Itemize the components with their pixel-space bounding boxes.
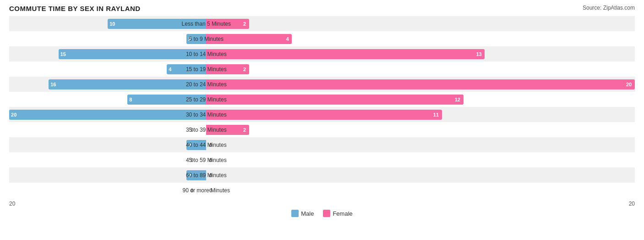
female-value: 11: [433, 112, 439, 117]
row-label: 45 to 59 Minutes: [169, 157, 243, 163]
female-bar: [206, 64, 249, 74]
legend-male-box: [291, 210, 299, 217]
chart-row: 0045 to 59 Minutes: [9, 152, 635, 167]
female-value: 4: [286, 36, 289, 42]
chart-row: 2060 to 89 Minutes: [9, 167, 635, 183]
female-value-zero: 0: [209, 173, 212, 178]
female-value: 13: [476, 51, 481, 57]
legend-female: Female: [323, 210, 352, 217]
male-value: 2: [188, 142, 191, 148]
axis-right: 20: [629, 201, 635, 207]
female-value: 2: [243, 21, 246, 27]
female-bar: [206, 49, 485, 59]
female-value: 20: [626, 82, 632, 87]
male-value: 10: [109, 21, 115, 27]
male-value: 20: [11, 112, 16, 117]
chart-row: 4215 to 19 Minutes: [9, 61, 635, 77]
male-value: 8: [129, 97, 132, 102]
chart-area: 102Less than 5 Minutes245 to 9 Minutes15…: [9, 16, 635, 198]
male-value: 15: [60, 51, 66, 57]
legend-male-label: Male: [301, 210, 314, 217]
male-bar: [9, 110, 206, 120]
row-label: 60 to 89 Minutes: [169, 172, 243, 179]
female-bar: [206, 125, 249, 135]
source-text: Source: ZipAtlas.com: [583, 5, 635, 11]
female-value: 12: [455, 97, 460, 102]
chart-row: 245 to 9 Minutes: [9, 31, 635, 46]
male-value-zero: 0: [191, 127, 193, 133]
female-value-zero: 0: [209, 188, 212, 193]
male-value: 4: [169, 67, 171, 72]
male-bar: [108, 19, 206, 29]
chart-row: 2040 to 44 Minutes: [9, 137, 635, 152]
female-value-zero: 0: [209, 142, 212, 148]
page-container: COMMUTE TIME BY SEX IN RAYLAND Source: Z…: [9, 5, 635, 217]
chart-row: 81225 to 29 Minutes: [9, 92, 635, 107]
header: COMMUTE TIME BY SEX IN RAYLAND Source: Z…: [9, 5, 635, 12]
chart-title: COMMUTE TIME BY SEX IN RAYLAND: [9, 5, 141, 12]
legend-female-label: Female: [333, 210, 352, 217]
row-label: 40 to 44 Minutes: [169, 142, 243, 148]
legend-female-box: [323, 210, 330, 217]
axis-labels: 20 20: [9, 201, 635, 207]
chart-row: 162020 to 24 Minutes: [9, 77, 635, 92]
chart-row: 151310 to 14 Minutes: [9, 46, 635, 61]
legend: Male Female: [9, 210, 635, 217]
axis-left: 20: [9, 201, 15, 207]
female-value-zero: 0: [209, 157, 212, 163]
female-bar: [206, 95, 463, 105]
male-value: 2: [188, 173, 191, 178]
legend-male: Male: [291, 210, 314, 217]
female-bar: [206, 110, 442, 120]
row-label: 90 or more Minutes: [169, 187, 243, 194]
chart-row: 0090 or more Minutes: [9, 183, 635, 198]
chart-row: 0235 to 39 Minutes: [9, 122, 635, 137]
male-value-zero: 0: [191, 188, 193, 193]
male-bar: [49, 79, 206, 89]
female-value: 2: [243, 127, 246, 133]
male-value-zero: 0: [191, 157, 193, 163]
female-bar: [206, 34, 292, 44]
male-value: 2: [188, 36, 191, 42]
chart-row: 201130 to 34 Minutes: [9, 107, 635, 122]
female-value: 2: [243, 67, 246, 72]
male-value: 16: [50, 82, 56, 87]
male-bar: [167, 64, 206, 74]
chart-row: 102Less than 5 Minutes: [9, 16, 635, 31]
male-bar: [127, 95, 206, 105]
male-bar: [59, 49, 207, 59]
female-bar: [206, 79, 635, 89]
female-bar: [206, 19, 249, 29]
